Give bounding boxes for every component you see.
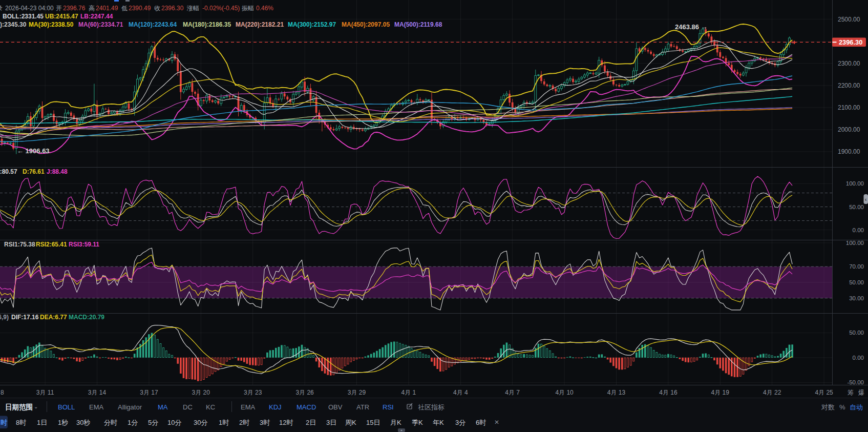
- svg-text:MA(300):2152.97: MA(300):2152.97: [288, 21, 336, 28]
- svg-text:RSI3:59.11: RSI3:59.11: [69, 241, 99, 248]
- svg-text:1时: 1时: [219, 419, 229, 426]
- svg-text:12时: 12时: [279, 419, 293, 426]
- svg-text:日期范围: 日期范围: [5, 403, 33, 411]
- svg-text:MA: MA: [158, 403, 168, 411]
- svg-text:RSI1:75.38: RSI1:75.38: [4, 241, 35, 248]
- svg-text:自动: 自动: [850, 403, 863, 411]
- svg-text:RSI2:65.41: RSI2:65.41: [36, 241, 67, 248]
- svg-text:MA(220):2182.21: MA(220):2182.21: [236, 21, 284, 28]
- svg-text:3时: 3时: [260, 419, 270, 426]
- svg-text:DEA:6.77: DEA:6.77: [40, 314, 67, 321]
- svg-text:BOLL:2331.45: BOLL:2331.45: [3, 13, 44, 20]
- svg-text:2401.49: 2401.49: [96, 5, 118, 12]
- svg-text:2200.00: 2200.00: [838, 82, 860, 89]
- svg-text:0.00: 0.00: [853, 355, 864, 361]
- svg-text:2100.00: 2100.00: [838, 104, 860, 111]
- svg-text:RSI: RSI: [383, 403, 394, 411]
- svg-text:高: 高: [89, 5, 95, 12]
- svg-text:2日: 2日: [306, 419, 316, 426]
- svg-text:0.00: 0.00: [853, 227, 864, 233]
- svg-text:2396.30: 2396.30: [161, 5, 184, 12]
- svg-text:对数: 对数: [821, 403, 835, 411]
- svg-text:月K: 月K: [390, 419, 401, 426]
- svg-text:EMA: EMA: [241, 403, 256, 411]
- svg-text:MACD: MACD: [297, 403, 316, 411]
- svg-text:3月 23: 3月 23: [244, 389, 262, 396]
- svg-text:OBV: OBV: [328, 403, 343, 411]
- svg-text:低: 低: [121, 5, 128, 12]
- svg-text:10分: 10分: [167, 419, 181, 426]
- svg-text:6时: 6时: [476, 419, 486, 426]
- svg-text:1900.00: 1900.00: [838, 148, 860, 155]
- svg-text:2500.00: 2500.00: [838, 16, 860, 23]
- svg-text:5分: 5分: [148, 419, 158, 426]
- svg-text:MA(180):2186.35: MA(180):2186.35: [183, 21, 231, 28]
- svg-text:3月 14: 3月 14: [88, 389, 107, 396]
- svg-text:100.00: 100.00: [846, 240, 864, 246]
- svg-text:UB:2415.47: UB:2415.47: [45, 13, 78, 20]
- svg-text:30分: 30分: [194, 419, 207, 426]
- svg-text:0.46%: 0.46%: [256, 5, 273, 12]
- svg-text:4月 16: 4月 16: [659, 389, 678, 396]
- svg-text:8: 8: [1, 389, 4, 396]
- svg-text:J:88.48: J:88.48: [47, 168, 68, 175]
- svg-text:2时: 2时: [239, 419, 249, 426]
- svg-text:爆: 爆: [858, 389, 864, 396]
- svg-text:2396.76: 2396.76: [63, 5, 86, 12]
- svg-text:3月 29: 3月 29: [348, 389, 366, 396]
- svg-text:✕: ✕: [494, 419, 499, 426]
- svg-text:DIF:17.16: DIF:17.16: [11, 314, 39, 321]
- svg-text:50.00: 50.00: [849, 204, 864, 210]
- svg-text:3月 26: 3月 26: [295, 389, 314, 396]
- svg-text:MA(10):2345.30: MA(10):2345.30: [0, 21, 27, 28]
- svg-text:ATR: ATR: [356, 403, 369, 411]
- svg-text:-50.00: -50.00: [847, 379, 864, 385]
- svg-text:4月 4: 4月 4: [453, 389, 468, 396]
- svg-text:8时: 8时: [16, 419, 26, 426]
- svg-text:D:76.61: D:76.61: [23, 168, 45, 175]
- svg-text:2000.00: 2000.00: [838, 126, 860, 133]
- svg-text:2396.30: 2396.30: [839, 38, 862, 46]
- svg-text:3日: 3日: [326, 419, 336, 426]
- svg-text:100.00: 100.00: [846, 180, 864, 187]
- svg-text:Alligator: Alligator: [118, 403, 142, 411]
- svg-text:EMA: EMA: [89, 403, 104, 411]
- svg-text:1分: 1分: [128, 419, 138, 426]
- svg-text:时: 时: [1, 419, 8, 426]
- svg-text:2300.00: 2300.00: [838, 60, 860, 67]
- svg-text:4月 10: 4月 10: [555, 389, 574, 396]
- svg-text:30.00: 30.00: [849, 295, 864, 301]
- svg-text:开: 开: [56, 5, 62, 12]
- svg-text:MA(120):2243.64: MA(120):2243.64: [129, 21, 177, 28]
- svg-text:年K: 年K: [433, 419, 444, 426]
- svg-text:2026-04-23 04:00: 2026-04-23 04:00: [5, 5, 54, 12]
- svg-text:3分: 3分: [455, 419, 465, 426]
- svg-text:⌄: ⌄: [34, 404, 38, 409]
- svg-text:2463.86 →: 2463.86 →: [675, 23, 708, 31]
- svg-text:3月 17: 3月 17: [140, 389, 158, 396]
- svg-text:‹: ‹: [865, 197, 866, 202]
- svg-text:振幅: 振幅: [242, 5, 254, 12]
- svg-text:MACD(12,26,9): MACD(12,26,9): [0, 314, 9, 321]
- svg-text:KC: KC: [206, 403, 215, 411]
- svg-text:1秒: 1秒: [58, 419, 68, 426]
- svg-text:4月 7: 4月 7: [505, 389, 520, 396]
- svg-text:季K: 季K: [412, 419, 423, 426]
- svg-text:1日: 1日: [37, 419, 47, 426]
- svg-text:✚: ✚: [792, 40, 796, 45]
- svg-text:70.00: 70.00: [849, 263, 864, 270]
- svg-text:50.00: 50.00: [849, 330, 864, 336]
- svg-text:MA(450):2097.05: MA(450):2097.05: [342, 21, 390, 28]
- svg-text:4月 25: 4月 25: [815, 389, 833, 396]
- svg-text:3月 20: 3月 20: [192, 389, 210, 396]
- svg-text:KDJ: KDJ: [269, 403, 282, 411]
- svg-text:分时: 分时: [104, 419, 117, 426]
- svg-text:4月 19: 4月 19: [711, 389, 730, 396]
- svg-text:收: 收: [154, 5, 160, 12]
- svg-text:%: %: [839, 403, 845, 411]
- svg-text:15日: 15日: [366, 419, 380, 426]
- svg-text:筹: 筹: [848, 389, 854, 396]
- svg-text:涨幅: 涨幅: [186, 5, 199, 12]
- svg-text:4月 22: 4月 22: [763, 389, 781, 396]
- svg-text:DC: DC: [183, 403, 193, 411]
